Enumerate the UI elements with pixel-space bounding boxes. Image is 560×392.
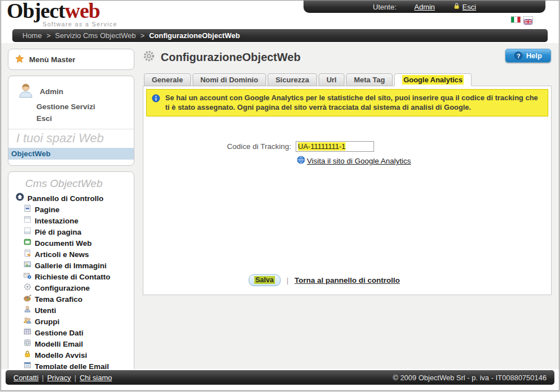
sidebar-item-tema-grafico[interactable]: Tema Grafico <box>8 294 134 305</box>
tab-google-analytics[interactable]: Google Analytics <box>394 73 472 86</box>
info-box-text: Se hai un account con Google Analytics p… <box>165 94 538 111</box>
logo-part1: Object <box>7 0 65 22</box>
username-link[interactable]: Admin <box>414 3 435 11</box>
sidebar-item-objectweb[interactable]: ObjectWeb <box>8 148 134 160</box>
sidebar-item-label: Modello Avvisi <box>35 350 87 361</box>
logo-tagline: Software as a Service <box>43 21 118 27</box>
tab-generale[interactable]: Generale <box>144 73 191 86</box>
sidebar-item-configurazione[interactable]: Configurazione <box>8 283 134 294</box>
sidebar-item-documenti-web[interactable]: Documenti Web <box>8 238 134 249</box>
tracking-code-input[interactable]: UA-11111111-1 <box>296 141 374 152</box>
footer-link-privacy[interactable]: Privacy <box>47 374 71 382</box>
user-bar: Utente: Admin Esci <box>304 1 545 13</box>
tab-url[interactable]: Url <box>319 73 344 86</box>
breadcrumb-separator: > <box>46 31 51 40</box>
sidebar-item-articoli-e-news[interactable]: Articoli e News <box>8 249 134 260</box>
logo-part2: web <box>65 0 100 22</box>
control-panel-home-icon <box>16 193 24 204</box>
sidebar-item-label: Tema Grafico <box>35 294 82 305</box>
italian-flag-icon[interactable] <box>511 16 521 23</box>
actions-separator: | <box>287 276 288 284</box>
sidebar-item-label: Modelli Email <box>35 339 83 350</box>
tab-panel: Se hai un account con Google Analytics p… <box>143 86 552 295</box>
footer-link-contatti[interactable]: Contatti <box>13 374 39 382</box>
breadcrumb-servizio[interactable]: Servizio Cms ObjectWeb <box>55 31 136 40</box>
gear-icon <box>143 50 155 64</box>
save-button-label: Salva <box>254 276 275 284</box>
footer-section-icon <box>24 227 31 238</box>
web-documents-icon <box>24 238 31 249</box>
sidebar-item-modelli-email[interactable]: Modelli Email <box>8 339 134 350</box>
info-box: Se hai un account con Google Analytics p… <box>146 89 548 116</box>
save-button[interactable]: Salva <box>249 274 281 286</box>
uk-flag-icon[interactable] <box>523 16 533 23</box>
tracking-code-value: UA-11111111-1 <box>298 142 346 151</box>
page: Objectweb Software as a Service Utente: … <box>1 0 559 391</box>
help-button[interactable]: ? Help <box>505 49 551 63</box>
user-label: Utente: <box>373 3 396 11</box>
tab-label: Google Analytics <box>402 75 464 85</box>
sidebar-item-richieste-di-contatto[interactable]: Richieste di Contatto <box>8 272 134 283</box>
tab-bar: Generale Nomi di Dominio Sicurezza Url M… <box>144 73 552 86</box>
sidebar-item-label: Pié di pagina <box>35 227 81 238</box>
sidebar-item-label: Pagine <box>35 204 59 216</box>
sidebar: Menù Master Admin Gestione Servizi Esci … <box>1 43 136 370</box>
alerts-lock-icon <box>24 350 31 361</box>
sidebar-item-modello-avvisi[interactable]: Modello Avvisi <box>8 350 134 361</box>
menu-master-label: Menù Master <box>29 55 76 64</box>
breadcrumb-separator: > <box>141 31 145 40</box>
spaces-title: I tuoi spazi Web <box>8 129 134 148</box>
cms-panel-title: Cms ObjectWeb <box>8 175 134 193</box>
sidebar-item-label: Pannello di Controllo <box>27 193 104 204</box>
objectweb-logo: Objectweb <box>7 0 100 23</box>
google-analytics-link[interactable]: Visita il sito di Google Analytics <box>307 157 411 165</box>
sidebar-item-gruppi[interactable]: Gruppi <box>8 316 134 328</box>
sidebar-item-label: Gruppi <box>35 316 59 328</box>
configuration-gear-icon <box>24 283 31 294</box>
header: Objectweb Software as a Service Utente: … <box>1 1 559 27</box>
footer-separator: | <box>74 374 76 382</box>
user-panel: Admin Gestione Servizi Esci I tuoi spazi… <box>8 76 134 166</box>
footer-link-chi-siamo[interactable]: Chi siamo <box>80 374 112 382</box>
sidebar-item-gestione-dati[interactable]: Gestione Dati <box>8 328 134 339</box>
sidebar-link-esci[interactable]: Esci <box>8 113 134 124</box>
help-button-label: Help <box>526 52 542 60</box>
page-title: ConfigurazioneObjectWeb <box>161 51 301 64</box>
theme-palette-icon <box>24 294 31 305</box>
sidebar-item-label: Gestione Dati <box>35 328 83 339</box>
sidebar-item-label: Utenti <box>35 305 56 316</box>
logout-link[interactable]: Esci <box>463 3 477 11</box>
pages-icon <box>24 204 31 216</box>
breadcrumb-home[interactable]: Home <box>22 31 42 40</box>
footer-separator: | <box>42 374 44 382</box>
sidebar-item-label: Richieste di Contatto <box>35 272 110 283</box>
sidebar-item-pagine[interactable]: Pagine <box>8 204 134 216</box>
tab-meta-tag[interactable]: Meta Tag <box>346 73 393 86</box>
sidebar-item-pannello-di-controllo[interactable]: Pannello di Controllo <box>8 193 134 204</box>
avatar-icon <box>17 82 34 101</box>
sidebar-item-label: Intestazione <box>35 216 78 227</box>
sidebar-item-intestazione[interactable]: Intestazione <box>8 216 134 227</box>
main-area: Menù Master Admin Gestione Servizi Esci … <box>1 43 559 370</box>
tab-sicurezza[interactable]: Sicurezza <box>268 73 317 86</box>
contact-requests-icon <box>24 272 31 283</box>
sidebar-item-pie-di-pagina[interactable]: Pié di pagina <box>8 227 134 238</box>
menu-master-panel[interactable]: Menù Master <box>8 49 134 70</box>
sidebar-link-gestione-servizi[interactable]: Gestione Servizi <box>8 101 134 113</box>
breadcrumb-current: ConfigurazioneObjectWeb <box>149 31 240 40</box>
data-table-icon <box>24 328 31 339</box>
image-gallery-icon <box>24 260 31 272</box>
breadcrumb: Home > Servizio Cms ObjectWeb > Configur… <box>12 29 548 42</box>
tracking-code-label: Codice di Tracking: <box>143 142 291 151</box>
sidebar-item-label: Documenti Web <box>35 238 92 249</box>
globe-icon <box>297 156 305 166</box>
email-models-icon <box>24 339 31 350</box>
tab-nomi-di-dominio[interactable]: Nomi di Dominio <box>193 73 266 86</box>
copyright-text: © 2009 ObjectWeb Srl - p. iva - IT008807… <box>393 374 547 382</box>
sidebar-item-gallerie-di-immagini[interactable]: Gallerie di Immagini <box>8 260 134 272</box>
footer: Contatti | Privacy | Chi siamo © 2009 Ob… <box>1 369 559 390</box>
back-to-control-panel-link[interactable]: Torna al pannello di controllo <box>295 276 400 284</box>
sidebar-username: Admin <box>40 87 63 96</box>
news-icon <box>24 249 31 260</box>
sidebar-item-utenti[interactable]: Utenti <box>8 305 134 316</box>
